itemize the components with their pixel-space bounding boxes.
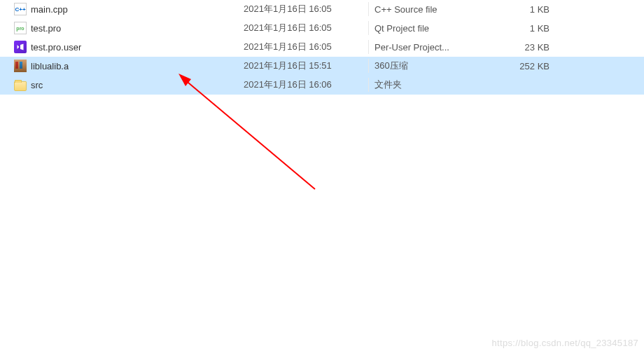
file-row[interactable]: test.pro.user 2021年1月16日 16:05 Per-User … [0,38,644,57]
column-divider [368,78,369,92]
file-date: 2021年1月16日 16:05 [244,41,363,53]
column-divider [368,21,369,35]
file-row[interactable]: C++ main.cpp 2021年1月16日 16:05 C++ Source… [0,0,644,19]
archive-icon [14,60,27,72]
file-name-cell: pro test.pro [14,22,244,34]
column-divider [368,40,369,54]
file-type: 360压缩 [374,60,493,72]
column-divider [368,2,369,16]
cpp-icon: C++ [14,3,27,15]
file-row[interactable]: pro test.pro 2021年1月16日 16:05 Qt Project… [0,19,644,38]
file-date: 2021年1月16日 16:05 [244,22,363,34]
file-row[interactable]: src 2021年1月16日 16:06 文件夹 [0,76,644,95]
file-row[interactable]: liblualib.a 2021年1月16日 15:51 360压缩 252 K… [0,57,644,76]
file-type: 文件夹 [374,78,493,91]
file-name-cell: C++ main.cpp [14,3,244,15]
file-name: liblualib.a [31,61,69,71]
file-name-cell: src [14,79,244,91]
file-name-cell: test.pro.user [14,41,244,53]
file-size: 252 KB [493,61,550,71]
svg-line-0 [184,79,315,189]
file-name: main.cpp [31,4,68,15]
file-size: 23 KB [493,42,550,53]
vs-user-icon [14,41,27,53]
file-list: C++ main.cpp 2021年1月16日 16:05 C++ Source… [0,0,644,95]
file-date: 2021年1月16日 15:51 [244,60,363,72]
column-divider [368,59,369,73]
file-type: Qt Project file [374,23,493,34]
file-size: 1 KB [493,23,550,34]
folder-icon [14,81,27,91]
file-date: 2021年1月16日 16:05 [244,3,363,15]
file-name: test.pro.user [31,42,81,53]
file-type: Per-User Project... [374,42,493,53]
file-name: test.pro [31,23,61,34]
file-name-cell: liblualib.a [14,60,244,72]
watermark-text: https://blog.csdn.net/qq_23345187 [492,338,638,348]
file-size: 1 KB [493,4,550,15]
file-name: src [31,80,43,90]
pro-icon: pro [14,22,27,34]
file-date: 2021年1月16日 16:06 [244,78,363,91]
file-type: C++ Source file [374,4,493,15]
